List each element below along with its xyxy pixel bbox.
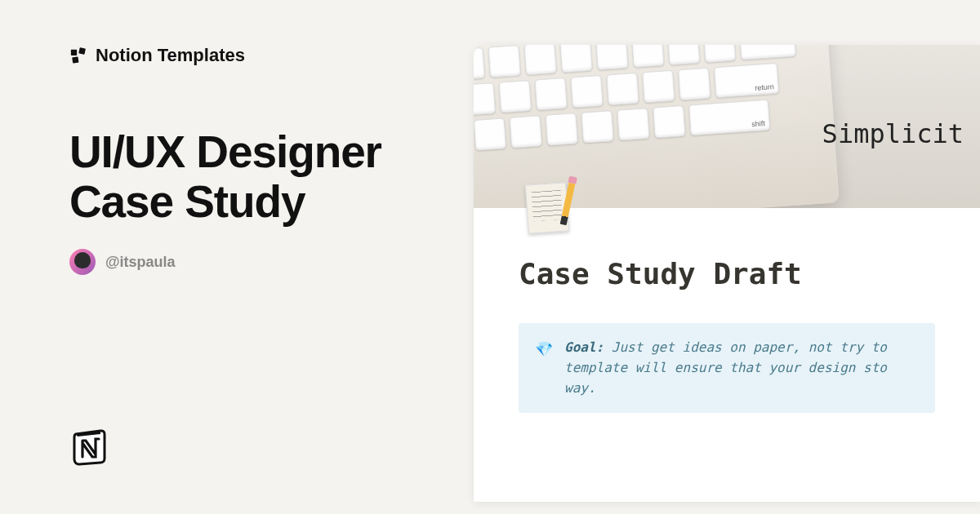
gem-icon: 💎 <box>535 338 553 398</box>
callout-line1: Just get ideas on paper, not try to <box>612 339 887 355</box>
svg-rect-1 <box>78 47 86 55</box>
callout-line2: template will ensure that your design st… <box>564 360 887 375</box>
goal-callout: 💎 Goal: Just get ideas on paper, not try… <box>519 323 935 413</box>
cover-caption: Simplicit <box>822 118 964 149</box>
svg-rect-0 <box>71 50 77 55</box>
callout-text: Goal: Just get ideas on paper, not try t… <box>564 338 887 398</box>
callout-line3: way. <box>564 380 596 396</box>
template-title: UI/UX Designer Case Study <box>69 127 445 226</box>
page-icon[interactable] <box>519 179 576 237</box>
author-handle: @itspaula <box>105 254 176 271</box>
shift-key: shift <box>688 100 770 136</box>
svg-rect-2 <box>72 56 78 63</box>
notion-logo-icon <box>69 426 110 467</box>
template-preview-card: return shift Simplicit Case Study Draft … <box>474 45 980 502</box>
brand-header: Notion Templates <box>69 45 445 66</box>
page-title: Case Study Draft <box>519 257 935 290</box>
callout-label: Goal: <box>564 339 604 355</box>
notion-glyph-icon <box>69 47 87 64</box>
brand-name: Notion Templates <box>96 45 245 66</box>
return-key: return <box>714 63 779 98</box>
author-row[interactable]: @itspaula <box>69 249 445 275</box>
author-avatar <box>69 249 96 275</box>
